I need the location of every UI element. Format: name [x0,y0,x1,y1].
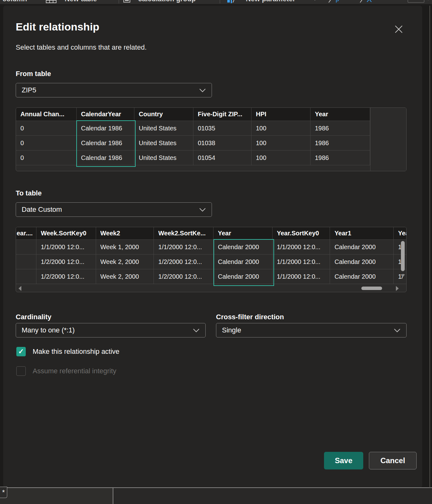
cell[interactable]: 1986 [310,121,370,136]
column-header[interactable]: Country [134,108,193,121]
column-header[interactable]: Year.SortKey0 [273,227,330,240]
cell-selected[interactable]: Calendar 2000 [213,269,273,284]
column-header[interactable]: Week.SortKey0 [36,227,96,240]
cell[interactable]: Calendar 2000 [330,269,394,284]
scroll-right-arrow-icon[interactable] [396,286,399,291]
cell-selected[interactable]: Calendar 1986 [77,121,134,136]
column-header[interactable]: Yea [394,227,406,240]
ribbon-item-new-parameter[interactable]: New parameter [246,0,295,4]
cardinality-dropdown[interactable]: Many to one (*:1) [16,323,206,337]
cell[interactable]: 1986 [310,136,370,151]
referential-integrity-label: Assume referential integrity [33,367,116,375]
cell[interactable]: United States [134,136,193,151]
table-filler [370,108,407,171]
column-header[interactable]: HPI [251,108,310,121]
cell-selected[interactable]: Calendar 2000 [213,240,273,255]
cell[interactable]: United States [134,121,193,136]
cell[interactable]: 1/1/2000 12:0... [36,240,96,255]
save-button[interactable]: Save [324,452,363,469]
cell[interactable]: 1/1/2000 12:0... [273,240,330,255]
make-active-checkbox[interactable]: ✓ [16,347,26,356]
close-button[interactable] [393,25,404,35]
cell[interactable]: Week 1, 2000 [96,240,154,255]
table-row: 1/2/2000 12:0... Week 2, 2000 1/2/2000 1… [16,269,406,284]
cell[interactable]: 100 [251,121,310,136]
ribbon-item-column[interactable]: column [3,0,27,4]
column-header-selected[interactable]: CalendarYear [77,108,134,121]
referential-integrity-row: Assume referential integrity [16,366,116,376]
cell[interactable]: Calendar 2000 [330,240,394,255]
cell[interactable]: 0 [16,136,77,151]
column-header[interactable]: ear.... [16,227,36,240]
chevron-down-icon [394,328,406,332]
divider [429,6,430,488]
edit-relationship-dialog: Edit relationship Select tables and colu… [3,6,422,488]
cell[interactable]: 1/1/2000 12:0... [273,255,330,269]
from-table-dropdown[interactable]: ZIP5 [16,83,212,97]
cardinality-label: Cardinality [16,313,51,321]
cell[interactable]: 0 [16,151,77,165]
cell[interactable]: 1/1/2000 12:0... [154,240,213,255]
cell-selected[interactable]: Calendar 1986 [77,151,134,165]
column-header-selected[interactable]: Year [213,227,273,240]
divider [113,488,113,504]
table-row: 0 Calendar 1986 United States 01054 100 … [16,151,406,165]
cell[interactable] [16,240,36,255]
make-active-label: Make this relationship active [33,348,119,356]
canvas-area [0,488,113,504]
cell[interactable] [16,269,36,284]
cell[interactable]: 01035 [193,121,251,136]
table-row: 1/2/2000 12:0... Week 2, 2000 1/2/2000 1… [16,255,406,269]
cell[interactable]: 1/2/2000 12:0... [154,255,213,269]
to-table-dropdown[interactable]: Date Custom [16,202,212,217]
cancel-button[interactable]: Cancel [369,452,417,469]
cell[interactable]: Week 2, 2000 [96,255,154,269]
cell[interactable]: 01038 [193,136,251,151]
column-header[interactable]: Year [310,108,370,121]
cell[interactable]: 100 [251,136,310,151]
cell[interactable]: Calendar 2000 [330,255,394,269]
parameter-icon [227,0,236,4]
column-header[interactable]: Week2 [96,227,154,240]
column-header[interactable]: Year1 [330,227,394,240]
chevron-down-icon [193,328,205,332]
chevron-down-icon [199,88,212,92]
column-header[interactable]: Five-Digit ZIP... [193,108,251,121]
column-header[interactable]: Annual Chan... [16,108,77,121]
view-as-icon[interactable] [359,0,373,4]
from-table-preview: Annual Chan... CalendarYear Country Five… [16,107,407,171]
cell[interactable]: 1/2/2000 12:0... [36,255,96,269]
cell-selected[interactable]: Calendar 2000 [213,255,273,269]
cell[interactable]: United States [134,151,193,165]
from-table-value: ZIP5 [16,86,199,94]
cell[interactable]: Week 2, 2000 [96,269,154,284]
cell[interactable]: 0 [16,121,77,136]
cell[interactable]: 1/2/2000 12:0... [154,269,213,284]
cell-selected[interactable]: Calendar 1986 [77,136,134,151]
ribbon-item-new-table[interactable]: New table [65,0,97,4]
to-table-label: To table [16,189,42,197]
cell[interactable]: 1/1/2000 12:0... [273,269,330,284]
cell[interactable]: 1986 [310,151,370,165]
app-background-strip [0,488,432,504]
ribbon-item-calculation-group[interactable]: calculation group [138,0,196,4]
cell[interactable]: 100 [251,151,310,165]
cell[interactable]: 1/2/2000 12:0... [36,269,96,284]
make-active-row: ✓ Make this relationship active [16,347,119,356]
cross-filter-label: Cross-filter direction [216,313,284,321]
cell[interactable] [16,255,36,269]
ribbon-box [408,0,424,4]
vertical-scrollbar[interactable] [401,241,405,271]
status-badge: * [0,487,7,498]
column-header[interactable]: Week2.SortKe... [154,227,213,240]
horizontal-scrollbar[interactable] [361,287,382,290]
dialog-subtitle: Select tables and columns that are relat… [16,43,147,52]
cross-filter-dropdown[interactable]: Single [216,323,407,337]
scroll-down-arrow-icon[interactable] [401,274,405,277]
table-icon [46,0,57,4]
scroll-left-arrow-icon[interactable] [19,286,21,291]
cell[interactable]: 01054 [193,151,251,165]
chevron-down-icon[interactable] [312,0,317,4]
manage-roles-icon[interactable] [328,0,341,4]
close-icon [394,25,403,35]
